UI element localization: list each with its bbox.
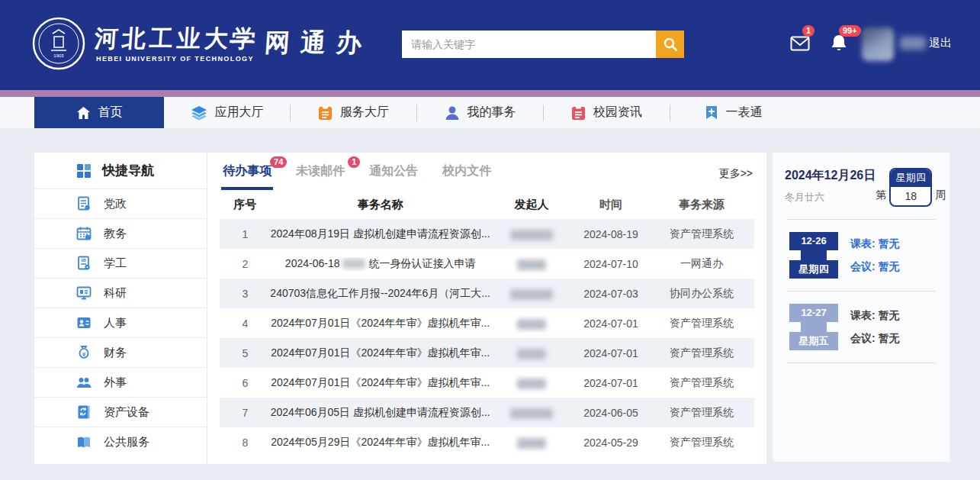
sidebar-item-finance[interactable]: ¥ 财务 xyxy=(34,338,207,368)
schedule-date: 12-26 xyxy=(789,232,838,250)
sidebar-item-label: 科研 xyxy=(104,286,127,301)
sidebar-item-student[interactable]: 98 学工 xyxy=(34,249,207,279)
calendar-icon xyxy=(76,226,92,241)
user-name-redacted xyxy=(900,37,926,50)
document-gear-icon: 98 xyxy=(76,256,92,271)
document-icon xyxy=(76,196,92,211)
home-icon xyxy=(76,106,91,120)
initiator-redacted xyxy=(510,230,553,240)
tab-todo-badge: 74 xyxy=(270,156,287,168)
nav-label: 我的事务 xyxy=(468,105,516,121)
header-divider-strip xyxy=(0,90,980,97)
calendar-panel: 2024年12月26日 冬月廿六 第 星期四 18 周 12-26 星期四 课表… xyxy=(773,153,949,462)
svg-text:98: 98 xyxy=(81,258,86,263)
nav-item-my-affairs[interactable]: 我的事务 xyxy=(417,97,543,128)
sidebar-title: 快捷导航 xyxy=(34,153,207,189)
nav-item-service-hall[interactable]: 服务大厅 xyxy=(291,97,416,128)
layers-icon xyxy=(191,105,207,121)
search-input[interactable] xyxy=(402,31,656,58)
table-row[interactable]: 7 2024年06月05日 虚拟机创建申请流程资源创... 2024-06-05… xyxy=(220,398,754,427)
task-name: 2024年07月01日《2024年年审》虚拟机年审... xyxy=(270,317,490,330)
course-line: 课表: 暂无 xyxy=(850,309,900,323)
tab-unread-mail[interactable]: 未读邮件 1 xyxy=(294,163,346,190)
logout-button[interactable]: 退出 xyxy=(929,36,952,50)
search-button[interactable] xyxy=(656,31,684,58)
calendar-lunar-date: 冬月廿六 xyxy=(785,191,876,205)
nav-item-home[interactable]: 首页 xyxy=(34,97,164,128)
nav-item-campus-news[interactable]: 校园资讯 xyxy=(544,97,670,128)
weekday-week-pill: 星期四 18 xyxy=(889,168,932,207)
user-icon xyxy=(445,105,460,121)
col-header-time: 时间 xyxy=(573,198,649,212)
week-indicator: 第 星期四 18 周 xyxy=(876,168,946,207)
initiator-redacted xyxy=(517,259,546,270)
search-box xyxy=(402,31,684,58)
task-name: 2024年08月19日 虚拟机创建申请流程资源创... xyxy=(270,227,490,241)
table-row[interactable]: 8 2024年05月29日《2024年年审》虚拟机年审... 2024-05-2… xyxy=(220,427,754,457)
tab-notices[interactable]: 通知公告 xyxy=(368,163,419,190)
sidebar-item-label: 公共服务 xyxy=(104,435,149,449)
name-redacted xyxy=(342,259,365,269)
calendar-date: 2024年12月26日 xyxy=(785,168,876,184)
sidebar-item-label: 人事 xyxy=(104,316,127,330)
bookmark-plus-icon xyxy=(705,105,718,121)
people-group-icon xyxy=(76,375,92,390)
task-name: 2024年05月29日《2024年年审》虚拟机年审... xyxy=(270,436,490,449)
main-navbar: 首页 应用大厅 服务大厅 我的事务 xyxy=(0,97,980,128)
sidebar-item-label: 资产设备 xyxy=(104,405,149,420)
table-row[interactable]: 6 2024年07月01日《2024年年审》虚拟机年审... 2024-07-0… xyxy=(220,368,754,398)
divider xyxy=(786,362,936,363)
nav-label: 首页 xyxy=(98,105,123,121)
sidebar-item-research[interactable]: 科研 xyxy=(34,279,207,308)
tab-todo[interactable]: 待办事项 74 xyxy=(221,163,273,190)
page-content: 快捷导航 党政 教务 xyxy=(34,153,949,464)
date-block-connector xyxy=(801,250,827,260)
grid-icon xyxy=(76,163,92,179)
tab-mail-badge: 1 xyxy=(348,156,360,168)
sidebar-item-assets[interactable]: 资产设备 xyxy=(34,398,207,427)
table-row[interactable]: 5 2024年07月01日《2024年年审》虚拟机年审... 2024-07-0… xyxy=(220,338,754,368)
table-row[interactable]: 3 240703信息化工作月报--2024年6月（河工大... 2024-07-… xyxy=(220,279,754,308)
schedule-date: 12-27 xyxy=(789,304,838,322)
nav-label: 应用大厅 xyxy=(215,105,264,121)
table-row[interactable]: 2 2024-06-18统一身份认证接入申请 2024-07-10 一网通办 xyxy=(220,249,754,279)
main-panel: 待办事项 74 未读邮件 1 通知公告 校内文件 更多>> 序号 事务名称 发起 xyxy=(207,153,766,464)
schedule-entry-tomorrow: 12-27 星期五 课表: 暂无 会议: 暂无 xyxy=(785,304,937,350)
week-prefix: 第 xyxy=(876,188,886,207)
sidebar-item-foreign[interactable]: 外事 xyxy=(34,368,207,398)
user-avatar[interactable] xyxy=(862,27,894,61)
sidebar-item-academic[interactable]: 教务 xyxy=(34,219,207,249)
meeting-line: 会议: 暂无 xyxy=(850,260,900,274)
initiator-redacted xyxy=(510,408,553,419)
table-row[interactable]: 4 2024年07月01日《2024年年审》虚拟机年审... 2024-07-0… xyxy=(220,308,754,338)
table-row[interactable]: 1 2024年08月19日 虚拟机创建申请流程资源创... 2024-08-19… xyxy=(220,219,754,249)
col-header-no: 序号 xyxy=(220,198,270,212)
more-link[interactable]: 更多>> xyxy=(719,167,753,190)
task-name: 240703信息化工作月报--2024年6月（河工大... xyxy=(270,287,490,301)
initiator-redacted xyxy=(517,349,546,359)
tab-label: 待办事项 xyxy=(223,164,272,177)
mail-icon[interactable] xyxy=(790,35,810,52)
bell-badge: 99+ xyxy=(839,25,861,37)
tab-label: 校内文件 xyxy=(442,164,491,177)
sidebar-item-hr[interactable]: 人事 xyxy=(34,308,207,338)
money-bag-icon: ¥ xyxy=(76,345,92,360)
sidebar-item-label: 财务 xyxy=(104,346,127,360)
table-header: 序号 事务名称 发起人 时间 事务来源 xyxy=(220,190,754,219)
book-sync-icon xyxy=(76,404,92,420)
initiator-redacted xyxy=(517,319,546,330)
course-line: 课表: 暂无 xyxy=(850,237,900,251)
sidebar-item-public[interactable]: 公共服务 xyxy=(34,427,207,457)
sidebar-item-party[interactable]: 党政 xyxy=(34,189,207,219)
week-number: 18 xyxy=(891,187,930,205)
task-name: 2024-06-18统一身份认证接入申请 xyxy=(270,257,490,271)
id-badge-icon xyxy=(76,315,92,330)
nav-item-app-hall[interactable]: 应用大厅 xyxy=(164,97,290,128)
quick-nav-sidebar: 快捷导航 党政 教务 xyxy=(34,153,207,464)
schedule-weekday: 星期四 xyxy=(789,260,838,279)
tab-campus-files[interactable]: 校内文件 xyxy=(441,163,493,190)
nav-item-one-form[interactable]: 一表通 xyxy=(670,97,796,128)
university-seal-logo: 1903 xyxy=(32,17,85,70)
divider xyxy=(786,291,936,292)
date-block: 12-26 星期四 xyxy=(789,232,838,279)
